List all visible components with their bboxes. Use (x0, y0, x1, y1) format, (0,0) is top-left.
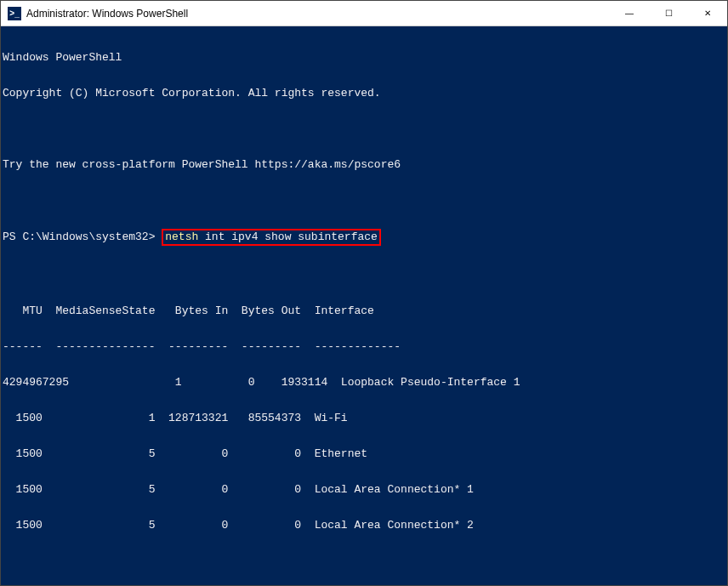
table-row: 1500 5 0 0 Local Area Connection* 2 (3, 520, 727, 532)
table-divider: ------ --------------- --------- -------… (3, 341, 727, 353)
command-args: int ipv4 show subinterface (205, 230, 378, 243)
powershell-window: >_ Administrator: Windows PowerShell — ☐… (0, 0, 728, 586)
copyright-line: Copyright (C) Microsoft Corporation. All… (3, 88, 727, 100)
command-highlight-box: netsh int ipv4 show subinterface (162, 229, 381, 246)
titlebar[interactable]: >_ Administrator: Windows PowerShell — ☐… (1, 1, 727, 26)
table-row: 4294967295 1 0 1933114 Loopback Pseudo-I… (3, 377, 727, 389)
table-row: 1500 1 128713321 85554373 Wi-Fi (3, 412, 727, 424)
maximize-button[interactable]: ☐ (649, 1, 688, 26)
window-title: Administrator: Windows PowerShell (26, 8, 610, 20)
minimize-button[interactable]: — (610, 1, 649, 26)
table-header: MTU MediaSenseState Bytes In Bytes Out I… (3, 305, 727, 317)
close-button[interactable]: ✕ (688, 1, 727, 26)
table-row: 1500 5 0 0 Local Area Connection* 1 (3, 484, 727, 496)
command-keyword: netsh (165, 230, 205, 243)
prompt-prefix: PS C:\Windows\system32> (3, 231, 162, 243)
table-row: 1500 5 0 0 Ethernet (3, 448, 727, 460)
banner-line: Windows PowerShell (3, 52, 727, 64)
prompt-line-1: PS C:\Windows\system32> netsh int ipv4 s… (3, 230, 727, 246)
try-line: Try the new cross-platform PowerShell ht… (3, 159, 727, 171)
powershell-icon: >_ (8, 7, 21, 20)
terminal-area[interactable]: Windows PowerShell Copyright (C) Microso… (1, 26, 727, 585)
window-controls: — ☐ ✕ (610, 1, 727, 26)
